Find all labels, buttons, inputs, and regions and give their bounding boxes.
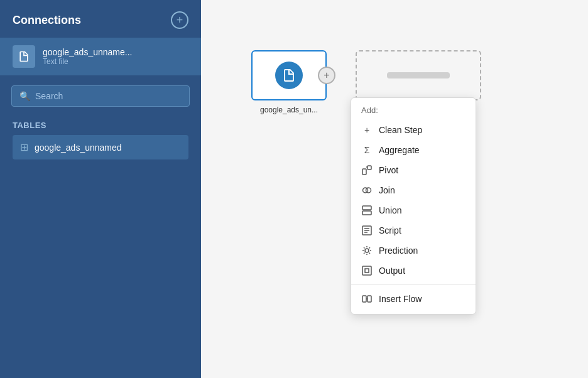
add-connection-button[interactable]: + (171, 11, 188, 29)
tables-label: Tables (13, 121, 188, 130)
dropdown-item-join[interactable]: Join (351, 180, 476, 200)
dropdown-divider (351, 284, 476, 285)
plus-connector-button[interactable]: + (318, 67, 335, 84)
plus-icon: + (177, 14, 183, 26)
output-icon (361, 265, 373, 276)
svg-line-16 (364, 247, 365, 249)
placeholder-node: clean data (356, 50, 481, 100)
dropdown-item-output[interactable]: Output (351, 261, 476, 281)
svg-rect-21 (362, 296, 366, 302)
clean-step-icon: + (361, 124, 373, 136)
search-box: 🔍 (11, 85, 190, 107)
table-item[interactable]: ⊞ google_ads_unnamed (13, 135, 188, 159)
node-icon-circle (275, 62, 303, 89)
dropdown-item-aggregate[interactable]: Σ Aggregate (351, 140, 476, 160)
search-input[interactable] (35, 91, 182, 101)
node-file-icon (281, 68, 297, 83)
script-icon (361, 225, 373, 236)
dropdown-menu: Add: + Clean Step Σ Aggregate Pivot (351, 97, 476, 315)
pivot-label: Pivot (379, 165, 398, 175)
dropdown-item-pivot[interactable]: Pivot (351, 160, 476, 180)
svg-line-17 (369, 253, 371, 254)
svg-rect-5 (362, 206, 371, 210)
aggregate-label: Aggregate (379, 145, 420, 155)
dropdown-item-prediction[interactable]: Prediction (351, 240, 476, 261)
svg-rect-6 (362, 211, 371, 215)
plus-icon: + (324, 70, 329, 81)
table-grid-icon: ⊞ (20, 141, 28, 153)
dropdown-item-insert-flow[interactable]: Insert Flow (351, 289, 476, 309)
svg-line-19 (364, 253, 365, 254)
dropdown-header: Add: (351, 105, 476, 120)
node-label: google_ads_un... (260, 105, 318, 114)
union-label: Union (379, 205, 402, 215)
sidebar: Connections + google_ads_unname... Text … (0, 0, 201, 378)
connection-item[interactable]: google_ads_unname... Text file (0, 38, 201, 75)
pivot-icon (361, 165, 373, 176)
search-container: 🔍 (0, 77, 201, 116)
connections-title: Connections (13, 14, 81, 27)
dropdown-item-script[interactable]: Script (351, 220, 476, 240)
svg-rect-22 (368, 296, 371, 302)
connection-details: google_ads_unname... Text file (43, 47, 132, 66)
node-box[interactable]: + (251, 50, 327, 100)
output-label: Output (379, 266, 405, 276)
union-icon (361, 205, 373, 216)
table-name: google_ads_unnamed (35, 143, 122, 153)
join-icon (361, 185, 373, 196)
svg-point-4 (366, 188, 371, 193)
prediction-label: Prediction (379, 246, 418, 256)
dropdown-item-union[interactable]: Union (351, 200, 476, 220)
search-icon: 🔍 (19, 91, 30, 101)
tables-section: Tables ⊞ google_ads_unnamed (0, 116, 201, 165)
connection-name: google_ads_unname... (43, 47, 132, 57)
aggregate-icon: Σ (361, 144, 373, 156)
connection-file-icon (13, 45, 35, 68)
svg-rect-0 (362, 169, 366, 175)
insert-flow-icon (361, 293, 373, 305)
svg-point-11 (365, 249, 369, 252)
placeholder-bar (387, 72, 450, 78)
svg-rect-20 (362, 266, 371, 275)
flow-node: + google_ads_un... (251, 50, 327, 114)
main-canvas: + google_ads_un... clean data Add: + Cle… (201, 0, 588, 378)
prediction-icon (361, 245, 373, 256)
dropdown-item-clean-step[interactable]: + Clean Step (351, 120, 476, 140)
join-label: Join (379, 185, 395, 195)
file-svg-icon (18, 50, 30, 63)
insert-flow-label: Insert Flow (379, 294, 422, 304)
script-label: Script (379, 225, 401, 235)
connection-type: Text file (43, 57, 132, 66)
connections-header: Connections + (0, 0, 201, 38)
svg-rect-1 (368, 166, 371, 170)
clean-step-label: Clean Step (379, 125, 422, 135)
svg-line-18 (369, 247, 371, 249)
